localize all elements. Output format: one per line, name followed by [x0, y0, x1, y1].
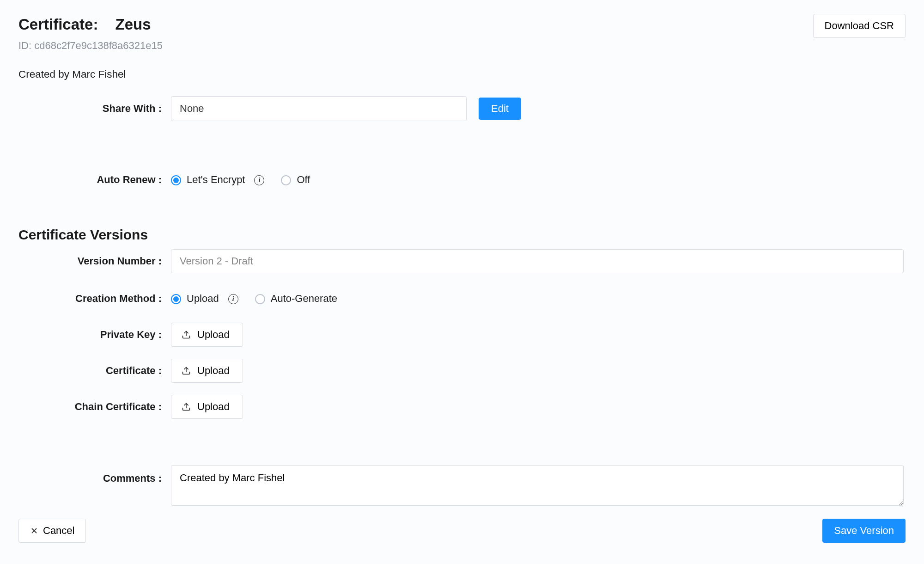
- private-key-label: Private Key :: [18, 328, 171, 342]
- comments-textarea[interactable]: [171, 465, 904, 506]
- created-by-text: Created by Marc Fishel: [18, 67, 906, 82]
- chain-certificate-label: Chain Certificate :: [18, 400, 171, 414]
- certificate-versions-title: Certificate Versions: [18, 225, 906, 245]
- upload-icon: [182, 366, 191, 375]
- version-number-value: Version 2 - Draft: [180, 254, 253, 269]
- certificate-file-label: Certificate :: [18, 364, 171, 378]
- edit-share-button[interactable]: Edit: [479, 98, 521, 120]
- upload-radio-label: Upload: [187, 292, 219, 306]
- download-csr-label: Download CSR: [825, 20, 894, 32]
- lets-encrypt-label: Let's Encrypt: [187, 173, 245, 187]
- radio-icon: [171, 294, 181, 304]
- cancel-button[interactable]: Cancel: [18, 519, 86, 543]
- off-label: Off: [297, 173, 310, 187]
- edit-share-label: Edit: [491, 103, 509, 115]
- upload-label: Upload: [197, 401, 230, 413]
- info-icon[interactable]: i: [254, 175, 264, 185]
- certificate-upload-button[interactable]: Upload: [171, 359, 243, 383]
- page-title: Certificate: Zeus: [18, 14, 163, 35]
- version-number-label: Version Number :: [18, 254, 171, 269]
- radio-icon: [255, 294, 265, 304]
- chain-certificate-upload-button[interactable]: Upload: [171, 395, 243, 419]
- creation-method-upload-radio[interactable]: Upload i: [171, 292, 238, 306]
- id-value: cd68c2f7e9c138f8a6321e15: [34, 40, 163, 51]
- radio-icon: [171, 175, 181, 185]
- upload-label: Upload: [197, 365, 230, 377]
- auto-renew-label: Auto Renew :: [18, 173, 171, 187]
- download-csr-button[interactable]: Download CSR: [813, 14, 906, 38]
- comments-label: Comments :: [18, 465, 171, 486]
- autogenerate-label: Auto-Generate: [271, 292, 337, 306]
- cancel-label: Cancel: [43, 525, 74, 537]
- save-version-label: Save Version: [834, 525, 894, 537]
- share-with-input[interactable]: [171, 96, 467, 121]
- auto-renew-off-radio[interactable]: Off: [281, 173, 310, 187]
- creation-method-label: Creation Method :: [18, 292, 171, 306]
- creation-method-autogenerate-radio[interactable]: Auto-Generate: [255, 292, 337, 306]
- share-with-label: Share With :: [18, 102, 171, 116]
- save-version-button[interactable]: Save Version: [822, 519, 906, 543]
- radio-icon: [281, 175, 291, 185]
- close-icon: [30, 527, 38, 535]
- certificate-id: ID: cd68c2f7e9c138f8a6321e15: [18, 39, 163, 53]
- auto-renew-lets-encrypt-radio[interactable]: Let's Encrypt i: [171, 173, 264, 187]
- title-prefix: Certificate:: [18, 16, 98, 33]
- upload-icon: [182, 402, 191, 411]
- private-key-upload-button[interactable]: Upload: [171, 323, 243, 347]
- info-icon[interactable]: i: [228, 294, 238, 304]
- id-prefix: ID:: [18, 40, 34, 51]
- upload-label: Upload: [197, 329, 230, 341]
- certificate-name: Zeus: [116, 16, 151, 33]
- version-number-select[interactable]: Version 2 - Draft: [171, 249, 904, 273]
- upload-icon: [182, 330, 191, 339]
